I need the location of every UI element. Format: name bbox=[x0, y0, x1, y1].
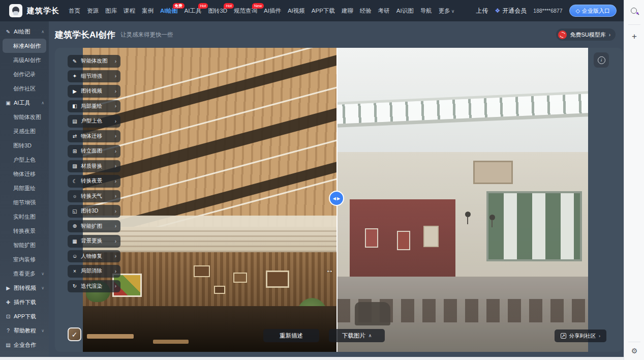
sidebar-group-app-download[interactable]: ⊡ APP下载 bbox=[0, 309, 49, 323]
sidebar-group-plugin-download[interactable]: ✚ 插件下载 bbox=[0, 295, 49, 309]
before-image-original bbox=[337, 48, 588, 352]
sidebar-item-inpaint[interactable]: 局部重绘 bbox=[0, 181, 49, 195]
tool-chip-iterate-render[interactable]: ↻迭代渲染› bbox=[68, 280, 120, 293]
upload-button[interactable]: 上传 bbox=[476, 7, 488, 15]
redescribe-button[interactable]: 重新描述 bbox=[263, 329, 319, 342]
chevron-right-icon: › bbox=[115, 88, 116, 94]
sidebar-item-floorplan-color[interactable]: 户型上色 bbox=[0, 153, 49, 167]
sidebar-item-inspiration-gen[interactable]: 灵感生图 bbox=[0, 124, 49, 138]
sidebar-item-detail-enhance[interactable]: 细节增强 bbox=[0, 195, 49, 209]
nav-item-experience[interactable]: 经验 bbox=[360, 7, 372, 15]
sparkle-icon: ✦ bbox=[72, 73, 78, 79]
photo-art-table bbox=[153, 340, 189, 344]
sidebar-item-night-convert[interactable]: 转换夜景 bbox=[0, 224, 49, 238]
tool-chip-background-swap[interactable]: ▦背景更换› bbox=[68, 235, 120, 248]
info-icon: i bbox=[598, 56, 605, 64]
account-phone[interactable]: 188****6877 bbox=[533, 8, 562, 14]
share-to-community-button[interactable]: ↗分享到社区› bbox=[555, 329, 607, 342]
nav-item-img-to-3d[interactable]: 图转3DHot bbox=[208, 7, 227, 15]
tool-chip-inpaint[interactable]: ◧局部重绘› bbox=[68, 100, 120, 113]
gear-icon[interactable]: ⚙ bbox=[624, 347, 644, 355]
add-icon[interactable]: + bbox=[624, 32, 644, 42]
chevron-right-icon: › bbox=[115, 73, 116, 79]
chevron-right-icon: › bbox=[115, 178, 116, 184]
nav-item-ai-plugin[interactable]: AI插件 bbox=[264, 7, 281, 15]
brand-name[interactable]: 建筑学长 bbox=[27, 6, 59, 16]
nav-item-code-lookup[interactable]: 规范查询New bbox=[234, 7, 257, 15]
sidebar-item-standard-ai-creation[interactable]: 标准AI创作 bbox=[3, 39, 46, 53]
sidebar-item-agent-edit[interactable]: 智能体改图 bbox=[0, 110, 49, 124]
tool-chip-detail-enhance[interactable]: ✦细节增强› bbox=[68, 70, 120, 83]
brand-logo[interactable] bbox=[9, 4, 22, 17]
info-button[interactable]: i bbox=[594, 52, 609, 68]
photo-art bbox=[83, 227, 337, 252]
browser-side-rail: + ⚙ bbox=[624, 0, 644, 360]
chevron-right-icon: › bbox=[115, 133, 116, 139]
chevron-down-icon: ∨ bbox=[451, 9, 455, 14]
sidebar-item-advanced-ai-creation[interactable]: 高级AI创作 bbox=[0, 53, 49, 67]
refresh-icon: ↻ bbox=[72, 283, 78, 289]
image-comparison[interactable]: ◀ ▶ ↔ bbox=[83, 48, 588, 352]
nav-item-more[interactable]: 更多∨ bbox=[439, 7, 455, 15]
tool-chip-agent-edit[interactable]: ✎智能体改图› bbox=[68, 55, 120, 68]
nav-item-home[interactable]: 首页 bbox=[69, 7, 80, 15]
tool-chip-outpaint[interactable]: ⊕智能扩图› bbox=[68, 220, 120, 233]
photo-art-haze bbox=[337, 48, 588, 352]
diamond-icon: ◇ bbox=[576, 8, 580, 14]
sidebar-group-help-tutorial[interactable]: ? 帮助教程 ∨ bbox=[0, 323, 49, 338]
sidebar-item-interior-design[interactable]: 室内装修 bbox=[0, 252, 49, 266]
material-icon: ▨ bbox=[72, 163, 78, 169]
nav-item-chat[interactable]: 建聊 bbox=[342, 7, 353, 15]
download-image-button[interactable]: 下载图片∧ bbox=[329, 329, 385, 342]
nav-item-gallery[interactable]: 图库 bbox=[105, 7, 117, 15]
sidebar-item-realtime-gen[interactable]: 实时生图 bbox=[0, 209, 49, 224]
chevron-right-icon: › bbox=[115, 118, 116, 124]
rail-divider bbox=[628, 24, 640, 25]
tool-chip-material-swap[interactable]: ▨材质替换› bbox=[68, 160, 120, 173]
tool-chip-weather-convert[interactable]: ☼转换天气› bbox=[68, 190, 120, 203]
tool-chip-to-elevation[interactable]: ⊞转立面图› bbox=[68, 145, 120, 158]
nav-item-postgrad[interactable]: 考研 bbox=[378, 7, 390, 15]
chevron-right-icon: › bbox=[115, 163, 116, 169]
nav-item-ai-video[interactable]: AI视频 bbox=[288, 7, 305, 15]
brush-icon: ◧ bbox=[72, 103, 78, 109]
chevron-up-icon: ∧ bbox=[41, 101, 44, 105]
nav-item-navigation[interactable]: 导航 bbox=[420, 7, 432, 15]
enterprise-entry-button[interactable]: ◇企业版入口 bbox=[569, 5, 617, 17]
sidebar-item-outpaint[interactable]: 智能扩图 bbox=[0, 238, 49, 252]
nav-item-ai-draw[interactable]: AI绘图免费 bbox=[160, 7, 178, 15]
nav-item-courses[interactable]: 课程 bbox=[124, 7, 135, 15]
free-su-models-button[interactable]: 免费SU模型库 › bbox=[556, 28, 616, 41]
tool-chip-person-fix[interactable]: ☺人物修复› bbox=[68, 250, 120, 263]
sidebar-group-ai-tools[interactable]: ▣ AI工具 ∧ bbox=[0, 96, 49, 110]
check-icon: ✓ bbox=[72, 331, 78, 339]
sidebar-item-see-more[interactable]: 查看更多 ∨ bbox=[0, 266, 49, 281]
sidebar-item-creation-history[interactable]: 创作记录 bbox=[0, 67, 49, 81]
sidebar-group-ai-draw[interactable]: ✎ AI绘图 ∧ bbox=[0, 24, 49, 39]
moon-icon: ☾ bbox=[72, 178, 78, 184]
nav-item-ai-tools[interactable]: AI工具Hot bbox=[185, 7, 202, 15]
comparison-slider-handle[interactable]: ◀ ▶ bbox=[329, 191, 344, 206]
chevron-right-icon: › bbox=[115, 253, 116, 259]
chevron-up-icon: ∧ bbox=[41, 29, 44, 34]
chevron-right-icon: › bbox=[115, 103, 116, 109]
tool-chip-img-to-3d[interactable]: ◱图转3D› bbox=[68, 205, 120, 218]
video-icon: ▶ bbox=[72, 88, 78, 94]
nav-item-cases[interactable]: 案例 bbox=[142, 7, 154, 15]
sidebar-item-creation-community[interactable]: 创作社区 bbox=[0, 81, 49, 96]
sidebar-item-object-transfer[interactable]: 物体迁移 bbox=[0, 167, 49, 181]
vip-membership-button[interactable]: ❖开通会员 bbox=[495, 7, 527, 15]
nav-item-app-download[interactable]: APP下载 bbox=[312, 7, 335, 15]
chevron-right-icon: › bbox=[115, 268, 116, 274]
tool-chip-floorplan-color[interactable]: ▤户型上色› bbox=[68, 115, 120, 128]
nav-item-resources[interactable]: 资源 bbox=[87, 7, 99, 15]
sidebar-group-enterprise-coop[interactable]: ▤ 企业合作 bbox=[0, 338, 49, 352]
tool-chip-object-transfer[interactable]: ⇄物体迁移› bbox=[68, 130, 120, 143]
sidebar-group-img-to-video[interactable]: ▶ 图转视频 ∨ bbox=[0, 281, 49, 295]
tool-chip-night-convert[interactable]: ☾转换夜景› bbox=[68, 175, 120, 188]
nav-item-ai-recognize[interactable]: AI识图 bbox=[396, 7, 414, 15]
selected-thumbnail-checkbox[interactable]: ✓ bbox=[68, 327, 81, 341]
tool-chip-img-to-video[interactable]: ▶图转视频› bbox=[68, 85, 120, 98]
sidebar-item-img-to-3d[interactable]: 图转3D bbox=[0, 138, 49, 153]
tool-chip-erase[interactable]: ×局部消除› bbox=[68, 265, 120, 278]
